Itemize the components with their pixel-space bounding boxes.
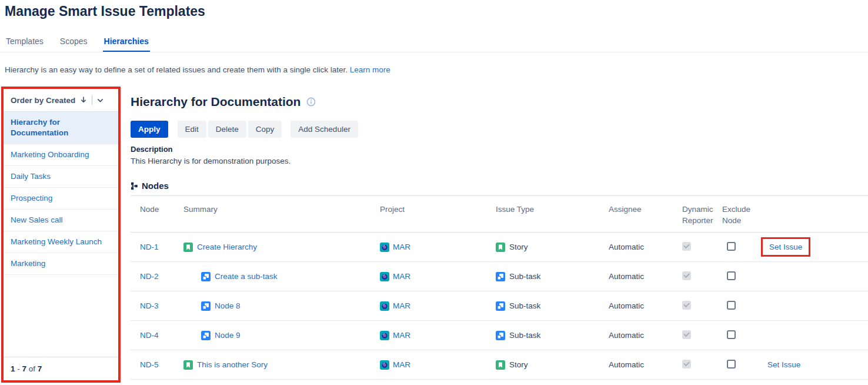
- exclude-node-cell: [722, 271, 767, 282]
- issue-type-cell: Sub-task: [496, 272, 609, 281]
- issue-type-icon: [183, 243, 193, 252]
- copy-button[interactable]: Copy: [248, 121, 282, 138]
- summary-link[interactable]: Create a sub-task: [215, 272, 278, 281]
- issue-type-icon: [496, 301, 505, 311]
- node-cell: ND-4: [131, 331, 183, 340]
- info-icon[interactable]: [306, 97, 316, 107]
- tab-templates[interactable]: Templates: [5, 34, 45, 52]
- dynamic-reporter-checkbox[interactable]: [682, 242, 691, 251]
- set-issue-link[interactable]: Set Issue: [767, 360, 800, 369]
- node-link[interactable]: ND-5: [140, 360, 159, 369]
- dynamic-reporter-checkbox[interactable]: [682, 271, 691, 280]
- exclude-node-checkbox[interactable]: [727, 271, 736, 280]
- project-avatar: [380, 360, 389, 370]
- toolbar: Apply Edit Delete Copy Add Scheduler: [131, 121, 360, 138]
- dynamic-reporter-cell: [682, 242, 722, 253]
- exclude-node-checkbox[interactable]: [727, 360, 736, 369]
- hierarchy-icon: [130, 181, 139, 191]
- col-assignee: Assignee: [609, 204, 682, 215]
- tab-scopes[interactable]: Scopes: [59, 34, 89, 52]
- intro-text: Hierarchy is an easy way to define a set…: [5, 65, 390, 74]
- set-issue-link[interactable]: Set Issue: [769, 243, 802, 251]
- project-avatar: [380, 301, 389, 311]
- project-avatar: [380, 243, 389, 252]
- issue-type-icon: [201, 301, 211, 311]
- tab-hierarchies[interactable]: Hierarchies: [103, 34, 150, 52]
- project-cell: MAR: [380, 243, 496, 252]
- assignee-cell: Automatic: [609, 243, 682, 251]
- page-from: 1: [11, 364, 15, 373]
- issue-type-icon: [496, 272, 505, 281]
- summary-cell: Create a sub-task: [183, 272, 380, 281]
- assignee-cell: Automatic: [609, 360, 682, 369]
- delete-button[interactable]: Delete: [208, 121, 246, 138]
- hierarchy-list-item[interactable]: Marketing: [4, 253, 118, 275]
- dynamic-reporter-cell: [682, 271, 722, 282]
- hierarchy-list: Hierarchy for Documentation Marketing On…: [4, 112, 118, 275]
- exclude-node-cell: [722, 301, 767, 311]
- node-link[interactable]: ND-4: [140, 331, 159, 340]
- node-cell: ND-1: [131, 243, 183, 251]
- exclude-node-checkbox[interactable]: [727, 242, 736, 251]
- table-row: ND-2 Create a sub-task: [131, 262, 868, 291]
- hierarchies-sidebar-annotated: Order by Created Hierarchy for Documenta…: [1, 87, 121, 383]
- summary-cell: Node 8: [183, 301, 380, 311]
- sort-descending-icon[interactable]: [79, 96, 88, 104]
- hierarchy-list-item[interactable]: Daily Tasks: [4, 166, 118, 188]
- summary-link[interactable]: This is another Sory: [197, 360, 268, 369]
- nodes-heading: Nodes: [130, 181, 169, 191]
- exclude-node-checkbox[interactable]: [727, 301, 736, 310]
- hierarchy-list-item[interactable]: Marketing Onboarding: [4, 144, 118, 166]
- issue-type-icon: [201, 331, 211, 340]
- dynamic-reporter-checkbox[interactable]: [682, 360, 691, 369]
- project-avatar: [380, 272, 389, 281]
- dynamic-reporter-checkbox[interactable]: [682, 330, 691, 339]
- set-issue-annotation: Set Issue: [761, 237, 810, 257]
- node-cell: ND-2: [131, 272, 183, 281]
- project-link[interactable]: MAR: [393, 272, 410, 281]
- issue-type-label: Sub-task: [509, 272, 540, 281]
- summary-cell: Create Hierarchy: [183, 243, 380, 252]
- exclude-node-checkbox[interactable]: [727, 330, 736, 339]
- node-link[interactable]: ND-3: [140, 301, 159, 310]
- col-summary: Summary: [183, 204, 380, 215]
- order-by-label[interactable]: Order by Created: [11, 96, 75, 105]
- dynamic-reporter-checkbox[interactable]: [682, 301, 691, 310]
- apply-button[interactable]: Apply: [131, 121, 168, 138]
- hierarchy-list-item[interactable]: Prospecting: [4, 188, 118, 210]
- action-cell: Set Issue: [767, 360, 868, 369]
- project-link[interactable]: MAR: [393, 243, 410, 251]
- exclude-node-cell: [722, 330, 767, 341]
- summary-link[interactable]: Node 9: [215, 331, 241, 340]
- hierarchy-list-item[interactable]: Marketing Weekly Launch: [4, 231, 118, 253]
- summary-link[interactable]: Create Hierarchy: [197, 243, 257, 251]
- table-row: ND-4 Node 9: [131, 321, 868, 350]
- col-node: Node: [131, 204, 183, 215]
- order-by-control[interactable]: Order by Created: [4, 89, 118, 112]
- project-link[interactable]: MAR: [393, 331, 410, 340]
- project-link[interactable]: MAR: [393, 360, 410, 369]
- page-to: 7: [22, 364, 27, 373]
- col-dynamic-reporter: Dynamic Reporter: [682, 204, 722, 226]
- pagination: 1 - 7 of 7: [4, 357, 118, 380]
- hierarchy-list-item[interactable]: Hierarchy for Documentation: [4, 112, 118, 144]
- issue-type-label: Story: [509, 243, 528, 251]
- node-cell: ND-3: [131, 301, 183, 310]
- chevron-down-icon[interactable]: [96, 97, 104, 104]
- edit-button[interactable]: Edit: [178, 121, 206, 138]
- node-link[interactable]: ND-2: [140, 272, 159, 281]
- issue-type-label: Story: [509, 360, 528, 369]
- description-text: This Hierarchy is for demonstration purp…: [131, 157, 291, 165]
- project-cell: MAR: [380, 272, 496, 281]
- summary-link[interactable]: Node 8: [215, 301, 241, 310]
- manage-smart-issue-templates-page: Manage Smart Issue Templates Templates S…: [0, 0, 868, 385]
- issue-type-cell: Sub-task: [496, 301, 609, 311]
- node-link[interactable]: ND-1: [140, 243, 159, 251]
- learn-more-link[interactable]: Learn more: [350, 65, 390, 74]
- hierarchy-list-item[interactable]: New Sales call: [4, 210, 118, 231]
- assignee-cell: Automatic: [609, 331, 682, 340]
- add-scheduler-button[interactable]: Add Scheduler: [291, 121, 358, 138]
- dynamic-reporter-cell: [682, 301, 722, 311]
- issue-type-label: Sub-task: [509, 331, 540, 340]
- project-link[interactable]: MAR: [393, 301, 410, 310]
